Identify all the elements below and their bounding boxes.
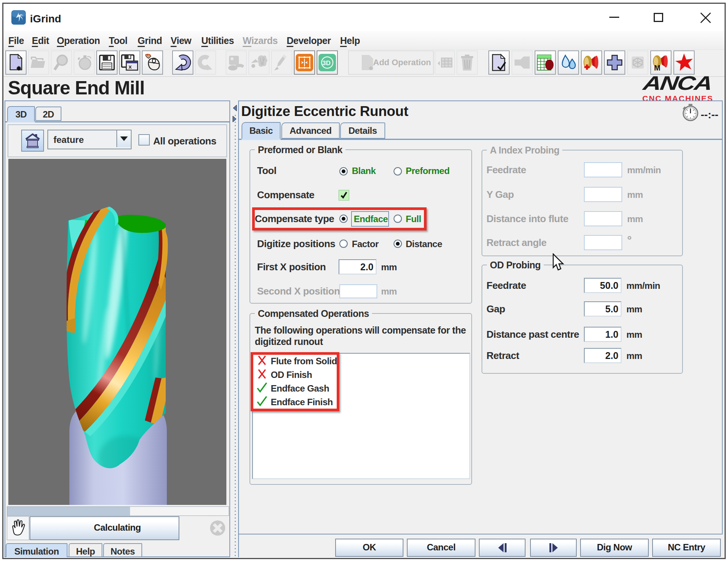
svg-text:3D: 3D (322, 60, 331, 67)
svg-text:x: x (129, 63, 132, 70)
svg-text:M: M (654, 64, 661, 71)
